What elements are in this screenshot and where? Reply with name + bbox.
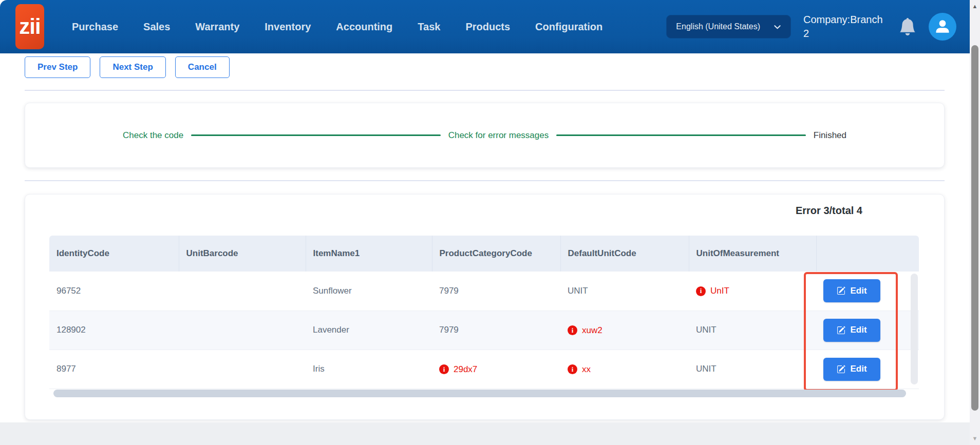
menu-item-products[interactable]: Products [465,21,510,33]
edit-button-label: Edit [850,286,866,296]
step-finished: Finished [814,130,846,141]
pencil-square-icon [837,326,845,335]
cell-unit-barcode [179,272,306,311]
menu-item-inventory[interactable]: Inventory [265,21,311,33]
stepper-connector-line [191,134,441,136]
table-horizontal-scrollbar[interactable] [53,390,906,397]
cell-unit-barcode [179,350,306,389]
table-row: 8977 Iris i 29dx7 i xx UNIT [49,350,919,389]
wizard-stepper: Check the code Check for error messages … [123,130,846,141]
cancel-button[interactable]: Cancel [175,56,230,78]
top-navbar: zii Purchase Sales Warranty Inventory Ac… [0,0,970,53]
divider-line [25,180,945,181]
error-summary-label: Error 3/total 4 [796,205,862,217]
cell-actions: Edit [816,272,919,311]
cell-unit-of-measurement: UNIT [689,350,816,389]
error-value: 29dx7 [454,364,477,375]
main-menu: Purchase Sales Warranty Inventory Accoun… [72,21,602,33]
table-row: 96752 Sunflower 7979 UNIT i UnIT [49,272,919,311]
cell-unit-of-measurement: i UnIT [689,272,816,311]
menu-item-purchase[interactable]: Purchase [72,21,118,33]
cell-item-name1: Iris [306,350,432,389]
window-scrollbar-thumb[interactable] [971,45,978,411]
stepper-connector-line [556,134,806,136]
edit-button-label: Edit [850,325,866,335]
cell-product-category: i 29dx7 [432,350,560,389]
table-row: 128902 Lavender 7979 i xuw2 UNIT [49,311,919,350]
step-check-for-errors: Check for error messages [448,130,549,141]
cell-identity-code: 96752 [49,272,179,311]
table-header-row: IdentityCode UnitBarcode ItemName1 Produ… [49,236,919,272]
pencil-square-icon [837,365,845,374]
page-bottom-area [0,422,970,445]
window-scrollbar[interactable]: ▲ ▼ [970,0,980,445]
error-icon: i [568,325,577,335]
col-header-item-name1: ItemName1 [306,236,432,272]
menu-item-warranty[interactable]: Warranty [195,21,239,33]
language-selector-value: English (United States) [676,22,760,31]
error-value: xuw2 [582,325,602,336]
company-branch-label: Company:Branch 2 [803,13,887,41]
col-header-unit-of-measurement: UnitOfMeasurement [689,236,816,272]
edit-button[interactable]: Edit [823,319,880,342]
app-logo[interactable]: zii [15,4,44,49]
cell-unit-barcode [179,311,306,350]
error-icon: i [696,286,706,296]
cell-item-name1: Sunflower [306,272,432,311]
next-step-button[interactable]: Next Step [100,56,165,78]
error-icon: i [568,364,577,374]
notifications-bell-icon[interactable] [899,18,916,35]
col-header-product-category: ProductCategoryCode [432,236,560,272]
error-icon: i [439,364,449,374]
scroll-up-arrow-icon[interactable]: ▲ [972,0,978,13]
error-items-card: Error 3/total 4 IdentityCode UnitBarcode… [25,194,945,420]
cell-identity-code: 8977 [49,350,179,389]
menu-item-accounting[interactable]: Accounting [336,21,392,33]
col-header-default-unit-code: DefaultUnitCode [560,236,689,272]
edit-button[interactable]: Edit [823,358,880,381]
cell-actions: Edit [816,311,919,350]
error-value: UnIT [710,286,729,296]
step-check-the-code: Check the code [123,130,183,141]
cell-item-name1: Lavender [306,311,432,350]
col-header-identity-code: IdentityCode [49,236,179,272]
cell-default-unit-code: i xuw2 [560,311,689,350]
wizard-stepper-card: Check the code Check for error messages … [25,103,945,168]
pencil-square-icon [837,286,845,295]
wizard-toolbar: Prev Step Next Step Cancel [25,56,230,78]
cell-default-unit-code: i xx [560,350,689,389]
cell-product-category: 7979 [432,272,560,311]
cell-product-category: 7979 [432,311,560,350]
language-selector[interactable]: English (United States) [666,15,791,38]
prev-step-button[interactable]: Prev Step [25,56,90,78]
edit-button-label: Edit [850,364,866,374]
menu-item-configuration[interactable]: Configuration [535,21,602,33]
cell-identity-code: 128902 [49,311,179,350]
table-vertical-scrollbar[interactable] [911,274,918,384]
col-header-unit-barcode: UnitBarcode [179,236,306,272]
cell-unit-of-measurement: UNIT [689,311,816,350]
cell-actions: Edit [816,350,919,389]
import-items-table: IdentityCode UnitBarcode ItemName1 Produ… [49,236,919,389]
col-header-actions [816,236,919,272]
edit-button[interactable]: Edit [823,279,880,302]
menu-item-sales[interactable]: Sales [143,21,170,33]
navbar-right-cluster: English (United States) Company:Branch 2 [666,13,956,41]
menu-item-task[interactable]: Task [418,21,440,33]
cell-default-unit-code: UNIT [560,272,689,311]
scroll-down-arrow-icon[interactable]: ▼ [972,432,978,445]
user-avatar[interactable] [929,13,956,41]
divider-line [25,90,945,91]
error-value: xx [582,364,591,375]
chevron-down-icon [774,23,781,31]
